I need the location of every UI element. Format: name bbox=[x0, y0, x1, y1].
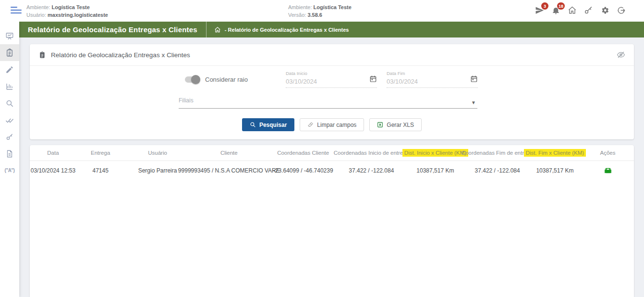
hamburger-menu-icon[interactable] bbox=[11, 7, 23, 15]
pencil-icon bbox=[5, 65, 14, 74]
top-bar: Ambiente: Logística Teste Usuário: maxst… bbox=[0, 0, 644, 22]
language-icon: ("A") bbox=[5, 168, 15, 173]
filter-card: Relatório de Geolocalização Entregas x C… bbox=[30, 44, 634, 139]
col-header-entrega: Entrega bbox=[76, 150, 125, 156]
consider-radius-toggle-row: Considerar raio bbox=[185, 76, 248, 83]
col-header-data: Data bbox=[30, 150, 76, 156]
presentation-chart-icon bbox=[5, 32, 14, 40]
env2-label: Ambiente: bbox=[288, 4, 312, 10]
col-header-dist-inicio: Dist. Inicio x Cliente (KM) bbox=[404, 149, 466, 157]
chevron-down-icon: ▼ bbox=[471, 100, 476, 105]
results-table-card: Data Entrega Usuário Cliente Coordenadas… bbox=[30, 145, 634, 297]
filiais-select[interactable]: Filiais ▼ bbox=[179, 95, 477, 109]
cell-coordenadas-fim: 37.422 / -122.084 bbox=[466, 167, 528, 174]
search-button[interactable]: Pesquisar bbox=[242, 118, 294, 131]
cell-coordenadas-cliente: -23.64099 / -46.740239 bbox=[267, 167, 339, 174]
search-button-label: Pesquisar bbox=[259, 122, 287, 128]
cell-coordenadas-inicio: 37.422 / -122.084 bbox=[339, 167, 404, 174]
col-header-cliente: Cliente bbox=[191, 150, 267, 156]
generate-xls-label: Gerar XLS bbox=[387, 122, 414, 128]
sidebar-item-approvals[interactable] bbox=[0, 111, 19, 128]
date-start-value[interactable]: 03/10/2024 bbox=[286, 78, 377, 88]
bell-badge: 18 bbox=[557, 2, 565, 10]
sidebar-item-language[interactable]: ("A") bbox=[0, 162, 19, 179]
page-header-bar: Relatório de Geolocalização Entregas x C… bbox=[19, 22, 644, 37]
search-icon bbox=[250, 122, 256, 128]
double-check-icon bbox=[5, 116, 14, 124]
clipboard-icon bbox=[38, 51, 46, 59]
home-icon[interactable] bbox=[568, 6, 577, 15]
table-header-row: Data Entrega Usuário Cliente Coordenadas… bbox=[30, 145, 634, 161]
bar-chart-icon bbox=[5, 82, 14, 91]
clipboard-list-icon bbox=[5, 49, 14, 57]
version-label: Versão: bbox=[288, 12, 306, 18]
col-header-coordenadas-fim: Coordenadas Fim de entrega bbox=[466, 150, 528, 156]
env-label: Ambiente: bbox=[26, 4, 50, 10]
sidebar-item-analytics[interactable] bbox=[0, 78, 19, 95]
generate-xls-button[interactable]: Gerar XLS bbox=[369, 118, 422, 131]
col-header-usuario: Usuário bbox=[124, 150, 190, 156]
version-value: 3.58.6 bbox=[307, 12, 322, 18]
sidebar-item-documents[interactable] bbox=[0, 145, 19, 162]
calendar-icon[interactable] bbox=[470, 75, 478, 83]
filiais-label: Filiais bbox=[179, 95, 477, 104]
sidebar-item-edit[interactable] bbox=[0, 61, 19, 78]
sidebar-item-dashboard[interactable] bbox=[0, 27, 19, 44]
user-label: Usuário: bbox=[26, 12, 46, 18]
key-icon[interactable] bbox=[584, 6, 593, 15]
breadcrumb-home-icon[interactable] bbox=[214, 26, 221, 33]
col-header-acoes: Ações bbox=[582, 150, 634, 156]
truck-icon[interactable] bbox=[604, 166, 612, 175]
highlighted-header: Dist. Inicio x Cliente (KM) bbox=[402, 149, 468, 157]
document-icon bbox=[5, 149, 14, 158]
excel-file-icon bbox=[377, 122, 383, 128]
date-start-field[interactable]: Data Inicio 03/10/2024 bbox=[286, 71, 377, 88]
settings-gear-icon[interactable] bbox=[600, 6, 609, 15]
filter-buttons-row: Pesquisar Limpar campos Gerar XLS bbox=[30, 118, 634, 131]
date-end-label: Data Fim bbox=[387, 71, 478, 76]
environment-user-info: Ambiente: Logística Teste Usuário: maxst… bbox=[26, 3, 108, 19]
col-header-coordenadas-inicio: Coordenadas Inicio de entrega bbox=[339, 150, 404, 156]
bell-notifications-icon[interactable]: 18 bbox=[551, 6, 560, 15]
date-end-value[interactable]: 03/10/2024 bbox=[387, 78, 478, 88]
col-header-coordenadas-cliente: Coordenadas Cliente bbox=[267, 150, 339, 156]
send-badge: 3 bbox=[541, 2, 548, 10]
cell-data: 03/10/2024 12:53 bbox=[30, 167, 76, 174]
sidebar-item-reports[interactable] bbox=[0, 44, 19, 61]
cell-dist-fim: 10387,517 Km bbox=[528, 167, 582, 174]
cell-entrega: 47145 bbox=[76, 167, 125, 174]
eraser-icon bbox=[307, 122, 314, 128]
main-content: Relatório de Geolocalização Entregas x C… bbox=[19, 37, 644, 297]
cell-acoes bbox=[582, 166, 634, 175]
user-value: maxstring.logisticateste bbox=[48, 12, 108, 18]
sidebar-item-access[interactable] bbox=[0, 128, 19, 145]
sidebar-item-search[interactable] bbox=[0, 95, 19, 111]
cell-cliente: 9999993495 / N.S.A COMERCIO VARE bbox=[191, 167, 267, 174]
cell-dist-inicio: 10387,517 Km bbox=[404, 167, 466, 174]
col-header-dist-fim: Dist. Fim x Cliente (KM) bbox=[528, 149, 582, 157]
logout-icon[interactable] bbox=[617, 6, 626, 15]
breadcrumb-text: - Relatório de Geolocalização Entregas x… bbox=[225, 27, 349, 33]
sidebar: ("A") bbox=[0, 22, 19, 297]
send-notifications-icon[interactable]: 3 bbox=[535, 6, 544, 15]
filter-card-title: Relatório de Geolocalização Entregas x C… bbox=[51, 51, 190, 59]
clear-fields-button[interactable]: Limpar campos bbox=[300, 118, 364, 131]
hide-filters-icon[interactable] bbox=[617, 50, 625, 59]
page-title: Relatório de Geolocalização Entregas x C… bbox=[19, 25, 206, 34]
top-icon-row: 3 18 bbox=[535, 6, 626, 15]
calendar-icon[interactable] bbox=[369, 75, 377, 83]
consider-radius-label: Considerar raio bbox=[205, 76, 248, 83]
app-window: Ambiente: Logística Teste Usuário: maxst… bbox=[0, 0, 644, 297]
date-start-label: Data Inicio bbox=[286, 71, 377, 76]
env-value: Logística Teste bbox=[52, 4, 90, 10]
environment-version-info: Ambiente: Logística Teste Versão: 3.58.6 bbox=[288, 3, 352, 19]
env2-value: Logística Teste bbox=[314, 4, 352, 10]
highlighted-header: Dist. Fim x Cliente (KM) bbox=[524, 149, 586, 157]
filter-card-header: Relatório de Geolocalização Entregas x C… bbox=[30, 44, 634, 66]
tilted-key-icon bbox=[5, 133, 14, 141]
breadcrumb: - Relatório de Geolocalização Entregas x… bbox=[207, 26, 349, 33]
consider-radius-toggle[interactable] bbox=[185, 76, 199, 83]
clear-fields-label: Limpar campos bbox=[317, 122, 356, 128]
table-row[interactable]: 03/10/2024 12:53 47145 Sergio Parreira 9… bbox=[30, 161, 634, 180]
date-end-field[interactable]: Data Fim 03/10/2024 bbox=[387, 71, 478, 88]
